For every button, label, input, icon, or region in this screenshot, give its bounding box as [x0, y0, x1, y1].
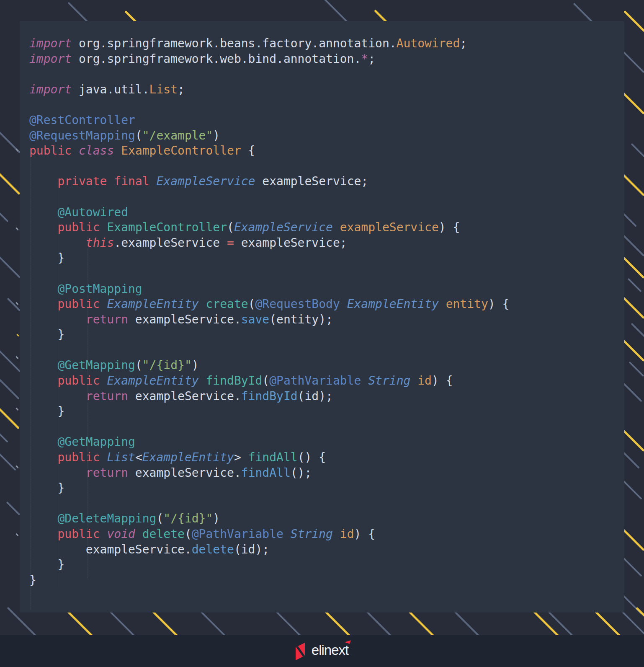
- code-token: ;: [368, 52, 375, 66]
- code-token: java.util.: [72, 83, 149, 96]
- code-token: ): [213, 512, 220, 525]
- elinext-logo-mark: [296, 642, 305, 661]
- diagonal-dash: [631, 143, 644, 158]
- code-token: @GetMapping: [57, 435, 135, 449]
- code-token: }: [29, 573, 36, 587]
- code-token: [199, 297, 206, 311]
- code-token: *: [361, 52, 368, 66]
- code-token: [29, 435, 57, 449]
- code-token: (: [227, 220, 234, 234]
- code-token: @PathVariable: [192, 527, 283, 541]
- diagonal-dash: [0, 368, 20, 400]
- code-token: [100, 297, 107, 311]
- code-token: return: [86, 466, 128, 480]
- code-token: [29, 297, 57, 311]
- code-token: @RestController: [29, 113, 135, 127]
- code-token: @RequestMapping: [29, 129, 135, 142]
- code-token: exampleService: [340, 220, 439, 234]
- code-token: final: [114, 174, 149, 188]
- code-token: org.springframework.web.bind.annotation.: [72, 52, 361, 66]
- code-token: [439, 297, 446, 311]
- elinext-wordmark: elinext: [312, 642, 348, 658]
- code-token: exampleService.: [128, 389, 241, 403]
- code-token: (: [135, 129, 142, 142]
- diagonal-dash: [623, 10, 644, 32]
- code-token: (: [248, 297, 255, 311]
- code-token: @RequestBody: [255, 297, 340, 311]
- code-token: [29, 358, 57, 372]
- code-token: [29, 220, 57, 234]
- code-token: ExampleEntity: [107, 297, 198, 311]
- code-token: private: [57, 174, 107, 188]
- code-token: <: [135, 450, 142, 464]
- code-token: ExampleEntity: [347, 297, 439, 311]
- code-token: [410, 374, 417, 388]
- code-token: {: [241, 144, 255, 158]
- diagonal-dash: [0, 204, 8, 222]
- code-token: findAll: [241, 466, 291, 480]
- code-panel: import org.springframework.beans.factory…: [20, 21, 624, 613]
- code-token: List: [149, 83, 178, 96]
- diagonal-dash: [622, 429, 644, 452]
- code-token: () {: [298, 450, 326, 464]
- code-token: findById: [241, 389, 298, 403]
- diagonal-dash: [0, 158, 21, 195]
- code-token: @GetMapping: [57, 358, 135, 372]
- code-token: List: [107, 450, 135, 464]
- diagonal-dash: [622, 339, 644, 362]
- code-token: [333, 220, 340, 234]
- code-token: public: [57, 220, 100, 234]
- diagonal-dash: [622, 256, 644, 279]
- diagonal-dash: [6, 502, 21, 516]
- code-token: [29, 282, 57, 296]
- code-token: }: [29, 558, 64, 571]
- code-token: [100, 220, 107, 234]
- code-token: findAll: [248, 450, 298, 464]
- diagonal-dash: [622, 234, 644, 257]
- code-token: ExampleController: [121, 144, 241, 158]
- code-token: [361, 374, 368, 388]
- code-token: .exampleService: [114, 236, 227, 250]
- code-token: (: [262, 374, 269, 388]
- elinext-wordmark-wrap: elinext: [312, 643, 348, 659]
- code-token: entity: [446, 297, 488, 311]
- diagonal-dash: [622, 528, 644, 551]
- code-token: return: [86, 389, 128, 403]
- code-token: "/example": [142, 129, 213, 142]
- code-token: [199, 374, 206, 388]
- diagonal-dash: [7, 298, 21, 312]
- diagonal-dash: [622, 296, 644, 319]
- code-token: ): [213, 129, 220, 142]
- code-token: @DeleteMapping: [57, 512, 156, 525]
- edge-tick: [15, 533, 19, 536]
- code-token: import: [29, 83, 72, 96]
- code-token: (entity);: [269, 313, 333, 326]
- edge-tick: [16, 334, 19, 336]
- code-editor: import org.springframework.beans.factory…: [29, 36, 509, 588]
- code-token: [29, 527, 57, 541]
- diagonal-dash: [628, 278, 642, 292]
- code-token: =: [227, 236, 234, 250]
- code-token: }: [29, 481, 64, 495]
- code-token: public: [29, 144, 72, 158]
- code-token: delete: [142, 527, 185, 541]
- edge-tick: [15, 302, 19, 305]
- code-token: org.springframework.beans.factory.annota…: [72, 36, 396, 50]
- code-token: [29, 205, 57, 219]
- code-token: save: [241, 313, 269, 326]
- code-token: ;: [178, 83, 185, 96]
- code-token: return: [86, 313, 128, 326]
- elinext-logo: elinext: [296, 642, 348, 661]
- code-token: ): [192, 358, 199, 372]
- code-token: ExampleController: [107, 220, 227, 234]
- code-token: (id);: [298, 389, 333, 403]
- code-token: [114, 144, 121, 158]
- code-token: [333, 527, 340, 541]
- code-token: }: [29, 404, 64, 418]
- code-token: ) {: [354, 527, 376, 541]
- code-token: [149, 174, 157, 188]
- code-token: ExampleEntity: [142, 450, 234, 464]
- code-token: [72, 144, 79, 158]
- code-token: public: [57, 450, 100, 464]
- code-token: public: [57, 374, 100, 388]
